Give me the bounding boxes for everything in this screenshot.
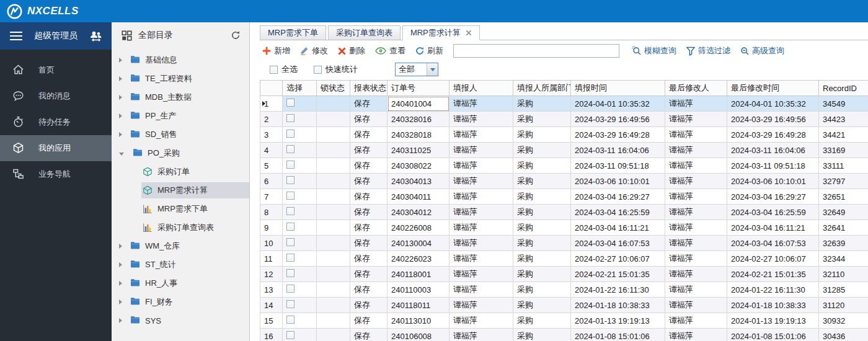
cell-order-number[interactable]: 240226008 [388, 220, 450, 236]
cell-order-number[interactable]: 240118011 [388, 298, 450, 313]
add-button[interactable]: 新增 [262, 45, 290, 56]
cell-order-number[interactable]: 240113010 [388, 313, 450, 329]
tree-item[interactable]: WM_仓库 [112, 237, 249, 255]
row-checkbox[interactable] [286, 254, 294, 262]
tree-expand-closed-icon[interactable] [119, 58, 122, 63]
switch-user-icon[interactable] [89, 30, 103, 42]
column-header[interactable]: RecordID [819, 81, 868, 96]
table-row[interactable]: 9保存240226008谭福萍采购2024-03-04 16:11:21谭福萍2… [260, 220, 868, 236]
tree-item[interactable]: FI_财务 [112, 293, 249, 311]
select-all-checkbox[interactable] [270, 66, 278, 74]
quick-stats-checkbox[interactable] [314, 66, 322, 74]
delete-button[interactable]: 删除 [338, 45, 365, 56]
column-header[interactable]: 最后修改时间 [727, 81, 819, 96]
row-checkbox[interactable] [286, 238, 294, 246]
tree-expand-closed-icon[interactable] [119, 76, 122, 81]
column-header[interactable]: 选择 [283, 81, 317, 96]
row-checkbox[interactable] [286, 161, 294, 169]
sidebar-item-tasks[interactable]: 待办任务 [0, 109, 112, 135]
column-header[interactable]: 填报人所属部门 [513, 81, 571, 96]
sidebar-item-home[interactable]: 首页 [0, 57, 112, 83]
tree-expand-closed-icon[interactable] [119, 244, 122, 249]
table-row[interactable]: 7保存240304011谭福萍采购2024-03-04 16:29:27谭福萍2… [260, 189, 868, 205]
view-button[interactable]: 查看 [375, 45, 405, 56]
table-row[interactable]: 3保存240328018谭福萍采购2024-03-29 16:49:28谭福萍2… [260, 127, 868, 143]
tree-expand-closed-icon[interactable] [119, 132, 122, 137]
table-row[interactable]: 8保存240304012谭福萍采购2024-03-04 16:25:59谭福萍2… [260, 205, 868, 220]
tree-item[interactable]: TE_工程资料 [112, 69, 249, 88]
cell-order-number[interactable]: 240304012 [388, 205, 450, 220]
cell-order-number[interactable]: 240304011 [388, 189, 450, 205]
tab-close-icon[interactable] [466, 30, 472, 36]
row-checkbox[interactable] [286, 269, 294, 277]
menu-icon[interactable] [10, 32, 22, 40]
cell-order-number[interactable]: 240130004 [388, 236, 450, 251]
column-header[interactable]: 报表状态 [350, 81, 388, 96]
tree-expand-closed-icon[interactable] [119, 113, 122, 118]
tree-item[interactable]: 采购订单 [112, 162, 249, 181]
column-header[interactable]: 填报人 [450, 81, 513, 96]
tree-item[interactable]: MRP需求下单 [112, 200, 249, 218]
tree-item[interactable]: 基础信息 [112, 51, 249, 69]
row-checkbox[interactable] [286, 145, 294, 153]
table-row[interactable]: 11保存240226023谭福萍采购2024-02-27 10:06:07谭福萍… [260, 251, 868, 267]
tree-expand-closed-icon[interactable] [119, 299, 122, 304]
table-row[interactable]: 6保存240304013谭福萍采购2024-03-06 10:10:01谭福萍2… [260, 174, 868, 189]
cell-order-number[interactable]: 240328016 [388, 112, 450, 127]
cell-order-number[interactable]: 240226023 [388, 251, 450, 267]
column-header[interactable]: 锁状态 [317, 81, 350, 96]
cell-order-number[interactable]: 240311025 [388, 143, 450, 158]
cell-order-number[interactable]: 240110003 [388, 282, 450, 298]
tree-item[interactable]: HR_人事 [112, 274, 249, 293]
table-row[interactable]: 5保存240308022谭福萍采购2024-03-11 09:51:18谭福萍2… [260, 158, 868, 174]
cell-order-number[interactable]: 240106008 [388, 329, 450, 341]
row-checkbox[interactable] [286, 192, 294, 200]
row-checkbox[interactable] [286, 331, 294, 339]
row-checkbox[interactable] [286, 176, 294, 184]
column-header[interactable]: 订单号 [388, 81, 450, 96]
column-header[interactable]: 填报时间 [571, 81, 665, 96]
sidebar-item-nav[interactable]: 业务导航 [0, 161, 112, 187]
tab-2[interactable]: MRP需求计算 [402, 25, 480, 40]
fuzzy-query-link[interactable]: 模糊查询 [632, 45, 676, 56]
tree-item[interactable]: SD_销售 [112, 125, 249, 144]
row-checkbox[interactable] [286, 285, 294, 293]
refresh-button[interactable]: 刷新 [415, 45, 443, 56]
tree-item[interactable]: 采购订单查询表 [112, 218, 249, 237]
tree-item[interactable]: MRP需求计算 [112, 181, 249, 200]
tree-item[interactable]: PP_生产 [112, 107, 249, 125]
tree-expand-closed-icon[interactable] [119, 95, 122, 100]
table-row[interactable]: 10保存240130004谭福萍采购2024-03-04 16:07:53谭福萍… [260, 236, 868, 251]
row-checkbox[interactable] [286, 300, 294, 308]
tree-item[interactable]: SYS [112, 311, 249, 330]
table-row[interactable]: 13保存240110003谭福萍采购2024-01-22 16:11:30谭福萍… [260, 282, 868, 298]
cell-order-number[interactable]: 240118001 [388, 267, 450, 282]
sidebar-item-apps[interactable]: 我的应用 [0, 135, 112, 161]
table-row[interactable]: 1保存240401004谭福萍采购2024-04-01 10:35:32谭福萍2… [260, 96, 868, 112]
row-checkbox[interactable] [286, 114, 294, 122]
tree-expand-open-icon[interactable] [119, 153, 124, 156]
edit-button[interactable]: 修改 [300, 45, 328, 56]
filter-link[interactable]: 筛选过滤 [686, 45, 730, 56]
table-row[interactable]: 14保存240118011谭福萍采购2024-01-18 10:38:33谭福萍… [260, 298, 868, 313]
table-row[interactable]: 4保存240311025谭福萍采购2024-03-11 16:04:06谭福萍2… [260, 143, 868, 158]
tree-item[interactable]: MDB_主数据 [112, 88, 249, 107]
cell-order-number[interactable]: 240401004 [388, 96, 450, 112]
tree-item[interactable]: PO_采购 [112, 144, 249, 162]
sidebar-item-messages[interactable]: 我的消息 [0, 83, 112, 109]
tree-expand-closed-icon[interactable] [119, 281, 122, 286]
tab-0[interactable]: MRP需求下单 [260, 25, 326, 40]
cell-order-number[interactable]: 240304013 [388, 174, 450, 189]
advanced-query-link[interactable]: 高级查询 [740, 45, 784, 56]
status-filter-dropdown[interactable]: 全部 [395, 63, 438, 76]
row-checkbox[interactable] [286, 207, 294, 215]
table-row[interactable]: 15保存240113010谭福萍采购2024-01-13 19:19:13谭福萍… [260, 313, 868, 329]
row-checkbox[interactable] [286, 99, 294, 107]
table-row[interactable]: 2保存240328016谭福萍采购2024-03-29 16:49:56谭福萍2… [260, 112, 868, 127]
row-checkbox[interactable] [286, 130, 294, 138]
row-checkbox[interactable] [286, 316, 294, 324]
tree-expand-closed-icon[interactable] [119, 262, 122, 267]
row-checkbox[interactable] [286, 223, 294, 231]
chevron-down-icon[interactable] [427, 63, 438, 76]
table-row[interactable]: 16保存240106008谭福萍采购2024-01-08 15:01:06谭福萍… [260, 329, 868, 341]
